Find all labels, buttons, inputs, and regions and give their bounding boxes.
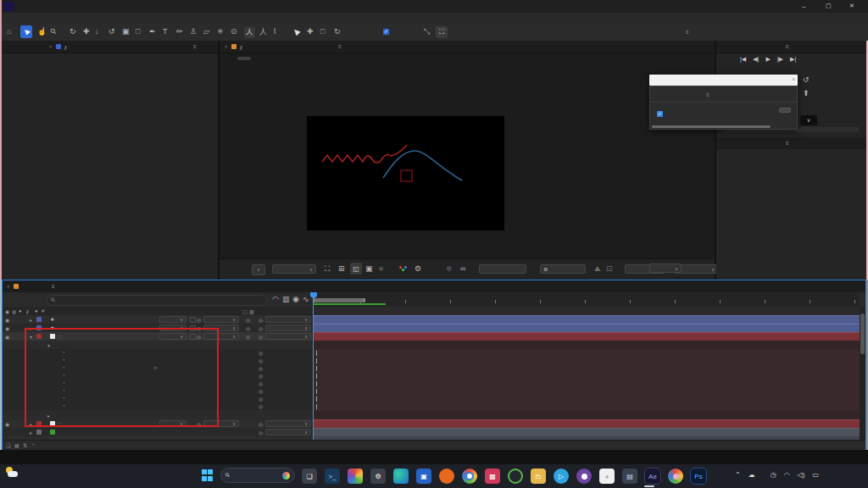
expander-icon[interactable]: ▸	[30, 430, 32, 435]
snip-app-icon[interactable]: ＋	[599, 469, 615, 484]
t-checkbox[interactable]	[190, 317, 196, 323]
parent-dropdown[interactable]: ∨	[265, 316, 311, 323]
stopwatch-icon[interactable]: ◔	[62, 373, 65, 378]
clone-stamp-tool-icon[interactable]: ♙	[190, 28, 197, 36]
track-matte-dropdown[interactable]: ∨	[203, 316, 239, 323]
eye-icon[interactable]: ◉	[5, 334, 9, 340]
store-icon[interactable]: ▣	[416, 469, 431, 484]
stopwatch-icon[interactable]: ◔	[62, 365, 65, 370]
parent-pickwhip-icon[interactable]: ◎	[259, 388, 263, 394]
previous-frame-button[interactable]: ◀|	[753, 56, 759, 63]
table-row[interactable]: ◉ ▸ ★ ∨ ◎ ∨ ◎ ◎ ∨	[3, 324, 312, 332]
roto-brush-tool-icon[interactable]: ✳	[217, 28, 224, 36]
playhead-line[interactable]	[313, 299, 314, 440]
onedrive-cloud-icon[interactable]: ☁	[748, 471, 755, 479]
next-frame-button[interactable]: |▶	[777, 56, 783, 63]
edge-browser-icon[interactable]	[393, 469, 409, 484]
telegram-icon[interactable]: ▷	[554, 469, 569, 484]
photos-app-icon[interactable]: ▩	[485, 469, 500, 484]
expand-arrows-icon[interactable]: ⤡	[424, 28, 430, 36]
panel-menu-icon[interactable]: ≡	[52, 284, 55, 289]
exposure-gear-icon[interactable]: ⚙	[415, 265, 421, 273]
solo-column-icon[interactable]: ●	[19, 308, 22, 313]
parent-pickwhip-icon[interactable]: ◎	[259, 396, 263, 402]
colors-app-icon[interactable]	[348, 469, 363, 484]
audio-column-icon[interactable]: ◍	[12, 308, 16, 314]
ground-plane-icon[interactable]: ⛰	[594, 265, 601, 273]
layer-bar[interactable]	[313, 428, 860, 436]
selection-tool-icon[interactable]: ▶	[20, 25, 32, 38]
draft-3d-button[interactable]: ⚙	[540, 264, 586, 274]
switch-icon[interactable]: ◎	[246, 334, 250, 340]
tab-close-icon[interactable]: ×	[225, 44, 228, 49]
notepad-icon[interactable]: ▤	[622, 469, 637, 484]
motion-blur-icon[interactable]: ◉	[292, 296, 299, 303]
expander-icon[interactable]: ▸	[47, 413, 50, 419]
orbit-camera-tool-icon[interactable]: ↻	[70, 28, 76, 36]
text-tool-icon[interactable]: T	[163, 28, 168, 36]
t-checkbox[interactable]	[190, 325, 196, 331]
obs-icon[interactable]	[508, 469, 523, 484]
play-button[interactable]: ▶	[765, 56, 770, 63]
eye-icon[interactable]: ◉	[5, 317, 9, 323]
collapse-chevron-button[interactable]: ∨	[800, 115, 817, 125]
ok-button[interactable]	[779, 108, 791, 113]
github-icon[interactable]	[576, 469, 592, 484]
parent-pickwhip-icon[interactable]: ◎	[259, 350, 263, 356]
switch-icon[interactable]: ◎	[246, 317, 250, 323]
chrome-profile-icon[interactable]	[668, 469, 683, 484]
first-frame-button[interactable]: |◀	[740, 56, 746, 63]
layer-color-swatch[interactable]	[36, 430, 42, 435]
expander-icon[interactable]: ▸	[30, 421, 32, 427]
expander-icon[interactable]: ▸	[30, 317, 32, 323]
panel-menu-icon[interactable]: ≡	[193, 44, 197, 49]
parent-pickwhip-icon[interactable]: ◎	[259, 317, 263, 323]
expander-icon[interactable]: ▾	[47, 342, 50, 348]
terminal-icon[interactable]: >_	[325, 469, 340, 484]
minimize-button[interactable]: –	[802, 3, 805, 10]
composition-viewport[interactable]	[307, 116, 504, 230]
graph-editor-icon[interactable]: ∿	[303, 296, 309, 303]
comp-navigator-chip[interactable]	[237, 57, 251, 60]
scrollbar-thumb[interactable]	[860, 313, 865, 354]
tray-chevron-icon[interactable]: ⌃	[735, 471, 741, 479]
workspace-menu-icon[interactable]: ≡	[686, 30, 689, 35]
matte-pickwhip-icon[interactable]: ◎	[197, 334, 201, 340]
mask-visibility-icon[interactable]: ⊞	[338, 265, 345, 273]
expander-icon[interactable]: ▸	[30, 325, 32, 331]
photoshop-icon[interactable]: Ps	[691, 469, 706, 484]
rulers-icon[interactable]: ⌗	[379, 265, 383, 273]
layer-bar[interactable]	[313, 332, 860, 341]
stopwatch-icon[interactable]: ◔	[62, 388, 65, 393]
track-matte-dropdown[interactable]: ∨	[203, 420, 239, 427]
viewer-timecode[interactable]	[479, 264, 526, 274]
stopwatch-icon[interactable]: ◔	[62, 350, 65, 355]
stopwatch-icon[interactable]: ◔	[62, 358, 65, 363]
view-layout-dropdown[interactable]: ∨	[649, 263, 682, 273]
parent-pickwhip-icon[interactable]: ◎	[259, 421, 263, 427]
close-icon[interactable]: ×	[792, 76, 795, 82]
after-effects-icon[interactable]: Ae	[645, 469, 660, 484]
settings-icon[interactable]: ⚙	[370, 469, 386, 484]
add-vertex-icon[interactable]: ✚	[307, 28, 314, 36]
parent-dropdown[interactable]: ∨	[265, 324, 311, 331]
property-row[interactable]: ◔ ∞ ◎	[3, 364, 312, 372]
figure-outline-tool-icon[interactable]: 人	[259, 28, 267, 36]
parent-pickwhip-icon[interactable]: ◎	[259, 358, 263, 363]
work-area-bar[interactable]	[313, 298, 365, 302]
matte-pickwhip-icon[interactable]: ◎	[197, 317, 201, 323]
stopwatch-icon[interactable]: ◔	[62, 403, 65, 408]
blend-mode-dropdown[interactable]: ∨	[159, 420, 186, 427]
layer-color-swatch[interactable]	[36, 325, 42, 330]
panel-menu-icon[interactable]: ≡	[786, 141, 789, 146]
reset-icon[interactable]: ↺	[803, 76, 810, 84]
brush-tool-icon[interactable]: ✏	[176, 28, 183, 36]
transform-group-row[interactable]: ▾	[3, 341, 312, 349]
corner-handles-icon[interactable]: ⛶	[436, 26, 448, 38]
frame-blending-icon[interactable]: ▥	[282, 296, 290, 303]
mini-selection-icon[interactable]: ▶	[293, 28, 299, 36]
table-row[interactable]: ◉ ▸ ★ ∨ ◎ ∨ ◎ ◎ ∨	[3, 315, 312, 324]
property-row[interactable]: ◔ ◎	[3, 387, 312, 395]
property-row[interactable]: ◔ ◎	[3, 349, 312, 357]
blend-mode-dropdown[interactable]: ∨	[159, 333, 186, 340]
